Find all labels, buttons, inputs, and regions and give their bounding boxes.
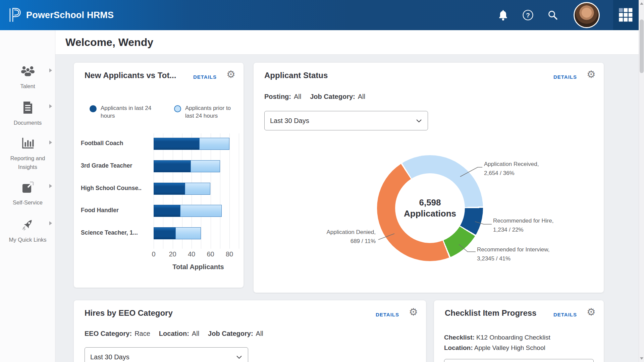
chevron-right-icon [49,221,52,225]
bar-segment-prior [175,227,201,239]
app-title: PowerSchool HRMS [26,10,114,20]
filter-eeo-category: EEO Category:Race [85,330,150,338]
donut-callout-line: 1,234 / 22% [493,225,553,234]
donut-callout-line: Application Received, [484,160,539,169]
search-icon[interactable] [547,9,559,21]
app-launcher-button[interactable] [613,0,639,30]
scroll-down-arrow-icon[interactable] [640,357,643,360]
gear-icon[interactable]: ⚙ [587,69,596,79]
category-label: Science Teacher, 1... [81,229,151,236]
filter-value: Apple Valley High School [474,344,545,351]
bar-segment-last24 [154,183,185,195]
document-icon [22,101,34,114]
notifications-bell-icon[interactable] [497,9,509,21]
date-range-select[interactable]: Last 30 Days [85,347,248,362]
bar-segment-last24 [154,205,180,217]
external-link-icon [21,181,35,194]
donut-total-value: 6,598 [419,197,441,208]
date-range-select[interactable]: Last 30 Days [264,111,428,130]
filter-posting: Posting:All [264,93,301,101]
filter-value: All [192,330,199,337]
sidebar-item-reporting-insights[interactable]: Reporting and Insights [0,137,55,171]
category-label: Food Handler [81,207,151,214]
axis-tick-label: 40 [188,250,195,258]
chevron-right-icon [49,140,52,144]
checklist-select[interactable] [444,359,594,362]
gear-icon[interactable]: ⚙ [587,307,596,317]
bar-segment-prior [191,160,220,172]
sidebar-item-self-service[interactable]: Self-Service [0,181,55,207]
chevron-down-icon [416,119,422,122]
help-icon[interactable]: ? [522,9,534,21]
donut-chart: 6,598 Applications [377,155,483,261]
filter-label: Location: [444,344,473,351]
chevron-right-icon [49,68,52,72]
filter-label: Posting: [264,93,291,100]
bar-segment-prior [180,205,222,217]
chevron-right-icon [49,104,52,108]
donut-callout-line: Recommended for Hire, [493,216,553,225]
sidebar-item-label: Self-Service [0,198,55,207]
gridline [239,133,239,249]
sidebar-item-label: Talent [0,82,55,90]
status-filters: Posting:All Job Category:All [264,93,365,101]
sidebar-item-my-quick-links[interactable]: My Quick Links [0,218,55,244]
scroll-up-arrow-icon[interactable] [640,2,643,5]
bar-segment-last24 [154,160,191,172]
date-range-value: Last 30 Days [90,353,129,361]
details-link[interactable]: DETAILS [553,74,577,80]
scrollbar-thumb[interactable] [640,19,644,73]
eeo-filters: EEO Category:Race Location:All Job Categ… [85,330,263,338]
checklist-location-line: Location: Apple Valley High School [444,344,545,352]
chevron-down-icon [236,356,242,359]
top-navigation-bar: PowerSchool HRMS ? [0,0,639,30]
donut-callout-line: 2,654 / 36% [484,169,539,178]
donut-total-label: Applications [404,208,456,219]
filter-value: Race [135,330,150,337]
donut-callout-label: Recommended for Interview,3,2345 / 41% [477,245,549,263]
donut-callout-line: 3,2345 / 41% [477,254,549,263]
filter-value: All [358,93,365,100]
details-link[interactable]: DETAILS [376,312,399,317]
category-label: Football Coach [81,140,151,147]
card-title: Applicant Status [264,71,328,80]
card-title: Hires by EEO Category [85,308,173,318]
filter-label: Checklist: [444,334,475,341]
category-label: 3rd Grade Teacher [81,162,151,169]
vertical-scrollbar[interactable] [639,0,644,362]
filter-job-category: Job Category:All [208,330,263,338]
donut-callout-label: Application Received,2,654 / 36% [484,160,539,178]
date-range-value: Last 30 Days [270,117,309,125]
axis-tick-label: 60 [207,250,214,258]
bar-segment-last24 [154,227,175,239]
rocket-icon [21,218,35,231]
donut-callout-line: 689 / 11% [327,237,376,246]
card-new-applicants: New Applicants vs Tot... DETAILS ⚙ Appli… [74,63,244,288]
sidebar-item-label: Reporting and Insights [0,154,55,171]
card-title: Checklist Item Progress [445,308,536,318]
powerschool-p-icon [8,7,21,23]
filter-value: All [256,330,263,337]
talent-people-icon [20,65,36,78]
sidebar-item-talent[interactable]: Talent [0,65,55,90]
sidebar-item-label: My Quick Links [0,235,55,244]
page-header: Welcome, Wendy [55,30,639,55]
card-checklist-progress: Checklist Item Progress DETAILS ⚙ Checkl… [434,300,604,362]
details-link[interactable]: DETAILS [553,312,577,317]
bar-chart-icon [21,137,35,150]
sidebar-item-documents[interactable]: Documents [0,101,55,127]
donut-callout-line: Application Denied, [327,228,376,237]
filter-label: Location: [159,330,189,337]
card-hires-eeo: Hires by EEO Category DETAILS ⚙ EEO Cate… [74,300,426,362]
grid-apps-icon [619,8,633,22]
main-content: Welcome, Wendy New Applicants vs Tot... … [55,30,639,362]
filter-location: Location:All [159,330,199,338]
gear-icon[interactable]: ⚙ [409,307,418,317]
user-avatar[interactable] [574,2,600,28]
bar-chart: Football Coach3rd Grade TeacherHigh Scho… [74,63,244,288]
donut-callout-label: Recommended for Hire,1,234 / 22% [493,216,553,234]
sidebar-item-label: Documents [0,118,55,127]
gridline [211,133,211,249]
filter-value: All [294,93,301,100]
x-axis-title: Total Applicants [154,263,243,271]
